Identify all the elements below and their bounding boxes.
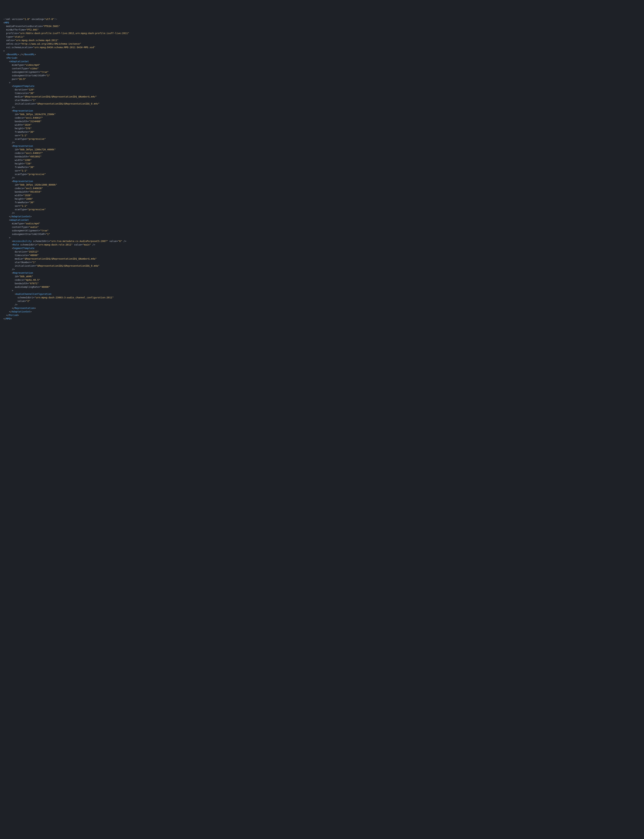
xml-code-block: <?xml version="1.0" encoding="utf-8"?> <… [3,18,641,321]
